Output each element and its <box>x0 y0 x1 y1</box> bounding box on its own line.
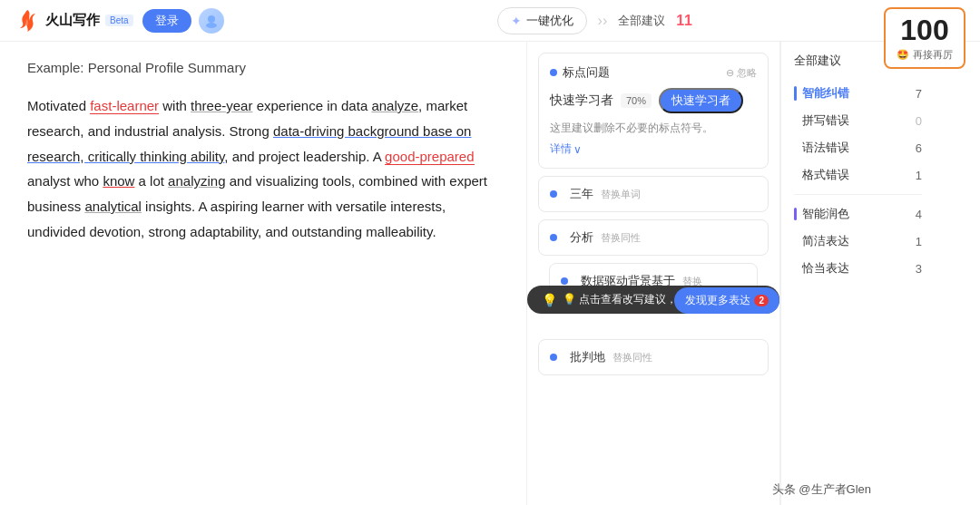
nav-center: ✦ 一键优化 ›› 全部建议 11 <box>224 7 965 34</box>
word-analytical[interactable]: analytical <box>84 199 142 214</box>
card-dot-5 <box>550 354 557 361</box>
suggest-panel: 标点问题 ⊖ 忽略 快速学习者 70% 快速学习者 这里建议删除不必要的标点符号… <box>526 42 780 505</box>
bulb-icon: 💡 <box>542 293 557 307</box>
item-count-appropriate: 3 <box>916 262 922 276</box>
card5-tag: 替换同性 <box>612 351 652 364</box>
item-label-concise: 简洁表达 <box>794 233 849 249</box>
discover-count: 2 <box>754 295 769 306</box>
suggest-card-punctuation: 标点问题 ⊖ 忽略 快速学习者 70% 快速学习者 这里建议删除不必要的标点符号… <box>538 53 769 169</box>
right-title: 全部建议 <box>794 53 841 69</box>
word-score: 70% <box>621 93 652 108</box>
ignore-button[interactable]: ⊖ 忽略 <box>726 66 757 80</box>
item-count-format: 1 <box>916 169 922 182</box>
svg-point-1 <box>206 23 217 28</box>
beta-badge: Beta <box>105 15 133 26</box>
doc-title: Example: Personal Profile Summary <box>27 60 499 75</box>
word-original: 快速学习者 <box>550 92 613 109</box>
word-three-year[interactable]: three-year <box>191 98 252 113</box>
suggest-card-analyze[interactable]: 分析 替换同性 <box>538 219 769 256</box>
card2-title: 三年 <box>570 186 593 202</box>
watermark: 头条 @生产者Glen <box>772 481 871 498</box>
card-description: 这里建议删除不必要的标点符号。 <box>550 121 757 136</box>
logo-icon <box>15 8 40 34</box>
card5-title: 批判地 <box>570 349 605 365</box>
word-analyze[interactable]: analyze <box>371 98 418 113</box>
item-label-smart-correction: 智能纠错 <box>802 85 849 102</box>
suggest-card-critically[interactable]: 批判地 替换同性 <box>538 339 769 375</box>
word-replace-button[interactable]: 快速学习者 <box>659 88 743 113</box>
item-label-format: 格式错误 <box>794 167 849 183</box>
top-navigation: 火山写作 Beta 登录 ✦ 一键优化 ›› 全部建议 11 100 🤩 再接再… <box>0 0 980 42</box>
active-bar <box>794 86 797 101</box>
avatar-button[interactable] <box>199 8 224 34</box>
svg-point-0 <box>208 15 215 23</box>
suggest-card-three-year[interactable]: 三年 替换单词 <box>538 176 769 212</box>
card-dot-4 <box>561 277 568 285</box>
item-label-appropriate: 恰当表达 <box>794 260 849 277</box>
optimize-button[interactable]: ✦ 一键优化 <box>497 7 587 34</box>
doc-body: Motivated fast-learner with three-year e… <box>27 93 499 245</box>
right-item-spelling[interactable]: 拼写错误 0 <box>794 107 922 134</box>
item-count-polish: 4 <box>916 208 922 221</box>
right-item-appropriate[interactable]: 恰当表达 3 <box>794 255 922 282</box>
section-divider <box>794 194 922 195</box>
right-item-format[interactable]: 格式错误 1 <box>794 161 922 189</box>
card3-tag: 替换同性 <box>601 231 641 245</box>
card-dot-3 <box>550 234 557 241</box>
item-count-concise: 1 <box>916 235 922 248</box>
card-title-punctuation: 标点问题 <box>563 64 610 81</box>
right-item-smart-correction[interactable]: 智能纠错 7 <box>794 80 922 107</box>
editor-panel: Example: Personal Profile Summary Motiva… <box>0 42 526 505</box>
card2-tag: 替换单词 <box>601 188 641 201</box>
word-analyzing[interactable]: analyzing <box>168 173 225 189</box>
suggest-card-data-driving-wrapper: 数据驱动背景基于 替换 💡 💡 点击查看改写建议，发现更多表达 发现更多表达 2 <box>538 263 769 299</box>
item-label-spelling: 拼写错误 <box>794 112 849 129</box>
discover-button[interactable]: 发现更多表达 2 <box>674 287 779 314</box>
right-item-polish[interactable]: 智能润色 4 <box>794 200 922 228</box>
right-panel: 全部建议 11 智能纠错 7 拼写错误 0 语法错误 6 格式错误 1 <box>780 42 935 505</box>
suggest-count-nav: 11 <box>676 13 692 29</box>
main-layout: Example: Personal Profile Summary Motiva… <box>0 42 980 505</box>
active-row: 智能纠错 <box>794 85 849 102</box>
logo-area: 火山写作 Beta <box>15 8 133 34</box>
all-suggest-label: 全部建议 <box>618 13 665 29</box>
polish-bar <box>794 208 797 220</box>
item-count-smart-correction: 7 <box>916 87 922 101</box>
word-replacement-row: 快速学习者 70% 快速学习者 <box>550 88 757 113</box>
item-label-polish: 智能润色 <box>802 206 849 222</box>
detail-link[interactable]: 详情 ∨ <box>550 141 757 157</box>
item-count-spelling: 0 <box>916 114 922 128</box>
login-button[interactable]: 登录 <box>142 9 191 33</box>
right-item-grammar[interactable]: 语法错误 6 <box>794 134 922 161</box>
right-item-concise[interactable]: 简洁表达 1 <box>794 228 922 255</box>
discover-label: 发现更多表达 <box>685 293 750 308</box>
score-box: 100 🤩 再接再厉 <box>884 7 965 69</box>
optimize-label: 一键优化 <box>526 13 573 29</box>
item-label-grammar: 语法错误 <box>794 140 849 156</box>
score-subtitle: 🤩 再接再厉 <box>895 48 955 62</box>
card3-title: 分析 <box>570 229 593 246</box>
item-count-grammar: 6 <box>916 141 922 155</box>
logo-text: 火山写作 <box>45 12 100 29</box>
card-header: 标点问题 ⊖ 忽略 <box>550 64 757 81</box>
score-number: 100 <box>895 15 955 46</box>
nav-divider: ›› <box>598 13 608 29</box>
card-dot-2 <box>550 190 557 198</box>
card-dot <box>550 69 557 76</box>
word-good-prepared[interactable]: good-prepared <box>385 149 474 165</box>
polish-row: 智能润色 <box>794 206 849 222</box>
word-know[interactable]: know <box>103 173 134 189</box>
star-icon: ✦ <box>511 14 522 28</box>
word-fast-learner[interactable]: fast-learner <box>90 98 159 114</box>
